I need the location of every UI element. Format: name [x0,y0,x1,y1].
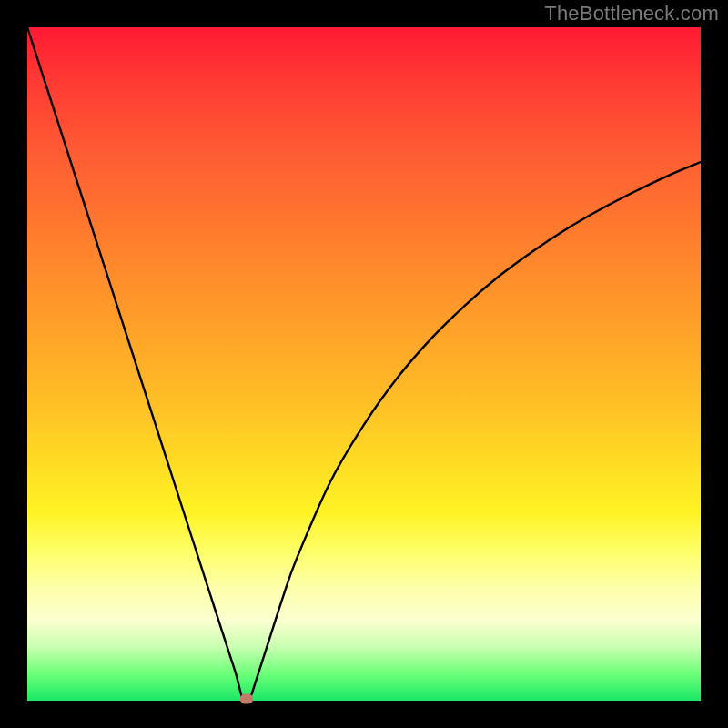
optimal-point-marker [240,693,253,703]
watermark-text: TheBottleneck.com [544,2,719,25]
plot-area [27,27,701,701]
curve-svg [27,27,701,701]
bottleneck-curve [27,27,701,702]
chart-frame: TheBottleneck.com [0,0,728,728]
